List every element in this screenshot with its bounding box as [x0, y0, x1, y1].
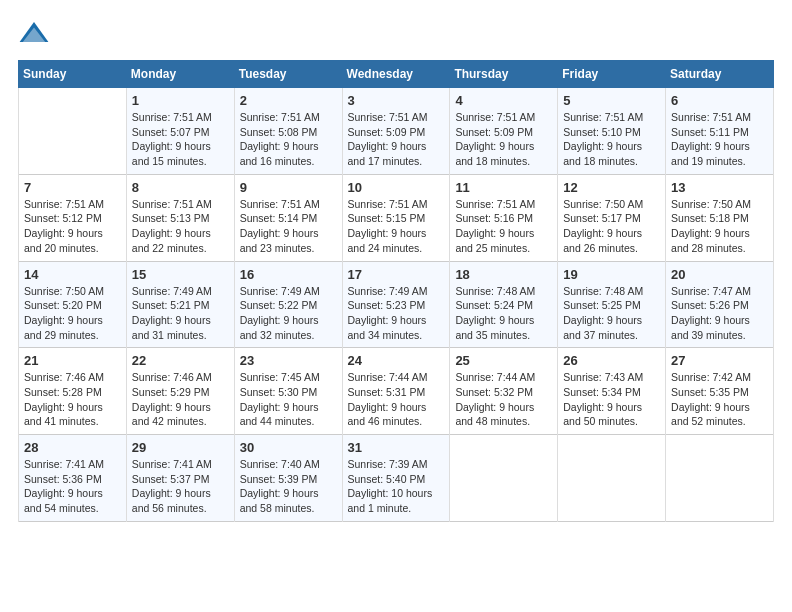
col-header-wednesday: Wednesday	[342, 61, 450, 88]
day-number: 17	[348, 267, 446, 282]
day-info: Sunrise: 7:44 AMSunset: 5:31 PMDaylight:…	[348, 370, 446, 429]
day-info: Sunrise: 7:43 AMSunset: 5:34 PMDaylight:…	[563, 370, 661, 429]
calendar-cell: 26Sunrise: 7:43 AMSunset: 5:34 PMDayligh…	[558, 348, 666, 435]
calendar-cell: 24Sunrise: 7:44 AMSunset: 5:31 PMDayligh…	[342, 348, 450, 435]
header-row: SundayMondayTuesdayWednesdayThursdayFrid…	[19, 61, 774, 88]
col-header-friday: Friday	[558, 61, 666, 88]
day-info: Sunrise: 7:42 AMSunset: 5:35 PMDaylight:…	[671, 370, 769, 429]
calendar-cell: 25Sunrise: 7:44 AMSunset: 5:32 PMDayligh…	[450, 348, 558, 435]
day-info: Sunrise: 7:41 AMSunset: 5:37 PMDaylight:…	[132, 457, 230, 516]
week-row-3: 14Sunrise: 7:50 AMSunset: 5:20 PMDayligh…	[19, 261, 774, 348]
calendar-cell: 3Sunrise: 7:51 AMSunset: 5:09 PMDaylight…	[342, 88, 450, 175]
day-info: Sunrise: 7:51 AMSunset: 5:09 PMDaylight:…	[348, 110, 446, 169]
calendar-table: SundayMondayTuesdayWednesdayThursdayFrid…	[18, 60, 774, 522]
calendar-cell: 9Sunrise: 7:51 AMSunset: 5:14 PMDaylight…	[234, 174, 342, 261]
week-row-5: 28Sunrise: 7:41 AMSunset: 5:36 PMDayligh…	[19, 435, 774, 522]
col-header-tuesday: Tuesday	[234, 61, 342, 88]
col-header-monday: Monday	[126, 61, 234, 88]
calendar-cell	[666, 435, 774, 522]
day-number: 28	[24, 440, 122, 455]
logo	[18, 18, 54, 50]
day-number: 21	[24, 353, 122, 368]
header	[18, 18, 774, 50]
day-info: Sunrise: 7:49 AMSunset: 5:22 PMDaylight:…	[240, 284, 338, 343]
day-number: 10	[348, 180, 446, 195]
day-info: Sunrise: 7:51 AMSunset: 5:10 PMDaylight:…	[563, 110, 661, 169]
week-row-1: 1Sunrise: 7:51 AMSunset: 5:07 PMDaylight…	[19, 88, 774, 175]
calendar-cell: 29Sunrise: 7:41 AMSunset: 5:37 PMDayligh…	[126, 435, 234, 522]
day-info: Sunrise: 7:51 AMSunset: 5:09 PMDaylight:…	[455, 110, 553, 169]
calendar-cell: 5Sunrise: 7:51 AMSunset: 5:10 PMDaylight…	[558, 88, 666, 175]
calendar-cell: 11Sunrise: 7:51 AMSunset: 5:16 PMDayligh…	[450, 174, 558, 261]
calendar-cell: 12Sunrise: 7:50 AMSunset: 5:17 PMDayligh…	[558, 174, 666, 261]
col-header-thursday: Thursday	[450, 61, 558, 88]
day-number: 30	[240, 440, 338, 455]
calendar-cell	[558, 435, 666, 522]
calendar-cell: 28Sunrise: 7:41 AMSunset: 5:36 PMDayligh…	[19, 435, 127, 522]
day-info: Sunrise: 7:48 AMSunset: 5:24 PMDaylight:…	[455, 284, 553, 343]
day-info: Sunrise: 7:39 AMSunset: 5:40 PMDaylight:…	[348, 457, 446, 516]
day-number: 16	[240, 267, 338, 282]
day-number: 25	[455, 353, 553, 368]
day-number: 24	[348, 353, 446, 368]
calendar-cell: 2Sunrise: 7:51 AMSunset: 5:08 PMDaylight…	[234, 88, 342, 175]
day-info: Sunrise: 7:50 AMSunset: 5:17 PMDaylight:…	[563, 197, 661, 256]
day-info: Sunrise: 7:46 AMSunset: 5:29 PMDaylight:…	[132, 370, 230, 429]
day-number: 4	[455, 93, 553, 108]
day-number: 9	[240, 180, 338, 195]
day-number: 29	[132, 440, 230, 455]
page: SundayMondayTuesdayWednesdayThursdayFrid…	[0, 0, 792, 612]
day-info: Sunrise: 7:51 AMSunset: 5:08 PMDaylight:…	[240, 110, 338, 169]
day-number: 6	[671, 93, 769, 108]
day-info: Sunrise: 7:49 AMSunset: 5:23 PMDaylight:…	[348, 284, 446, 343]
day-number: 27	[671, 353, 769, 368]
calendar-cell: 4Sunrise: 7:51 AMSunset: 5:09 PMDaylight…	[450, 88, 558, 175]
day-number: 26	[563, 353, 661, 368]
calendar-cell	[450, 435, 558, 522]
day-number: 2	[240, 93, 338, 108]
calendar-cell: 13Sunrise: 7:50 AMSunset: 5:18 PMDayligh…	[666, 174, 774, 261]
calendar-cell: 21Sunrise: 7:46 AMSunset: 5:28 PMDayligh…	[19, 348, 127, 435]
calendar-cell: 16Sunrise: 7:49 AMSunset: 5:22 PMDayligh…	[234, 261, 342, 348]
day-number: 12	[563, 180, 661, 195]
day-info: Sunrise: 7:51 AMSunset: 5:15 PMDaylight:…	[348, 197, 446, 256]
logo-icon	[18, 18, 50, 50]
day-info: Sunrise: 7:50 AMSunset: 5:18 PMDaylight:…	[671, 197, 769, 256]
day-info: Sunrise: 7:51 AMSunset: 5:11 PMDaylight:…	[671, 110, 769, 169]
calendar-cell: 7Sunrise: 7:51 AMSunset: 5:12 PMDaylight…	[19, 174, 127, 261]
calendar-cell: 14Sunrise: 7:50 AMSunset: 5:20 PMDayligh…	[19, 261, 127, 348]
calendar-cell: 1Sunrise: 7:51 AMSunset: 5:07 PMDaylight…	[126, 88, 234, 175]
day-info: Sunrise: 7:50 AMSunset: 5:20 PMDaylight:…	[24, 284, 122, 343]
week-row-4: 21Sunrise: 7:46 AMSunset: 5:28 PMDayligh…	[19, 348, 774, 435]
calendar-cell: 6Sunrise: 7:51 AMSunset: 5:11 PMDaylight…	[666, 88, 774, 175]
day-number: 5	[563, 93, 661, 108]
day-number: 19	[563, 267, 661, 282]
day-number: 20	[671, 267, 769, 282]
col-header-saturday: Saturday	[666, 61, 774, 88]
day-number: 15	[132, 267, 230, 282]
calendar-cell: 22Sunrise: 7:46 AMSunset: 5:29 PMDayligh…	[126, 348, 234, 435]
calendar-cell: 19Sunrise: 7:48 AMSunset: 5:25 PMDayligh…	[558, 261, 666, 348]
calendar-cell: 30Sunrise: 7:40 AMSunset: 5:39 PMDayligh…	[234, 435, 342, 522]
day-info: Sunrise: 7:47 AMSunset: 5:26 PMDaylight:…	[671, 284, 769, 343]
day-number: 31	[348, 440, 446, 455]
day-number: 22	[132, 353, 230, 368]
day-info: Sunrise: 7:51 AMSunset: 5:13 PMDaylight:…	[132, 197, 230, 256]
col-header-sunday: Sunday	[19, 61, 127, 88]
calendar-cell: 8Sunrise: 7:51 AMSunset: 5:13 PMDaylight…	[126, 174, 234, 261]
day-info: Sunrise: 7:48 AMSunset: 5:25 PMDaylight:…	[563, 284, 661, 343]
calendar-cell: 23Sunrise: 7:45 AMSunset: 5:30 PMDayligh…	[234, 348, 342, 435]
calendar-cell: 27Sunrise: 7:42 AMSunset: 5:35 PMDayligh…	[666, 348, 774, 435]
day-info: Sunrise: 7:51 AMSunset: 5:12 PMDaylight:…	[24, 197, 122, 256]
day-info: Sunrise: 7:40 AMSunset: 5:39 PMDaylight:…	[240, 457, 338, 516]
day-number: 18	[455, 267, 553, 282]
day-info: Sunrise: 7:46 AMSunset: 5:28 PMDaylight:…	[24, 370, 122, 429]
day-number: 7	[24, 180, 122, 195]
day-info: Sunrise: 7:49 AMSunset: 5:21 PMDaylight:…	[132, 284, 230, 343]
day-info: Sunrise: 7:51 AMSunset: 5:14 PMDaylight:…	[240, 197, 338, 256]
day-number: 1	[132, 93, 230, 108]
calendar-cell: 20Sunrise: 7:47 AMSunset: 5:26 PMDayligh…	[666, 261, 774, 348]
day-number: 14	[24, 267, 122, 282]
day-number: 11	[455, 180, 553, 195]
day-info: Sunrise: 7:44 AMSunset: 5:32 PMDaylight:…	[455, 370, 553, 429]
